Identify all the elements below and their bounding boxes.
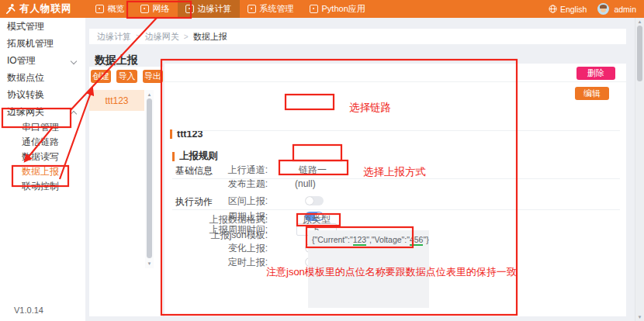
format-label: 上报数据格式:: [164, 213, 268, 226]
page-scrollbar[interactable]: ▲ ▼: [635, 18, 644, 321]
nav-item-系统管理[interactable]: 系统管理: [240, 0, 302, 18]
json-template-textarea[interactable]: {"Current":"123","Voltage":"456"}: [308, 230, 429, 308]
topic-value: (null): [295, 178, 316, 189]
breadcrumb-item-边缘网关[interactable]: 边缘网关: [145, 31, 179, 43]
scan-icon-dot: [99, 8, 100, 9]
format-value: 原类型: [303, 213, 331, 226]
app-header: 有人物联网 概览网络边缘计算系统管理Python应用 English admin: [0, 0, 644, 18]
nav-item-边缘计算[interactable]: 边缘计算: [178, 0, 240, 18]
app-version: V1.0.14: [14, 305, 43, 315]
sidebar-item-label: 模式管理: [7, 21, 44, 32]
sidebar-main-items: 模式管理拓展机管理IO管理数据点位协议转换边缘网关: [0, 18, 85, 120]
nav-item-label: Python应用: [322, 3, 365, 15]
nav-item-label: 系统管理: [260, 3, 294, 15]
create-button[interactable]: 创建: [91, 70, 111, 83]
report-list-panel: 创建 导入 导出 ttt123 ▲ ▼: [89, 67, 163, 316]
page-title: 数据上报: [95, 54, 138, 67]
interval-label: 区间上报:: [164, 195, 268, 208]
interval-toggle[interactable]: [305, 196, 324, 205]
json-part: "}: [423, 235, 428, 244]
json-part: 123: [353, 235, 367, 246]
list-toolbar: 创建 导入 导出: [89, 67, 163, 83]
scan-icon: [140, 5, 149, 13]
scroll-down-icon[interactable]: ▼: [635, 314, 644, 320]
language-switcher[interactable]: English: [549, 5, 587, 14]
scan-icon: [248, 5, 256, 13]
scan-icon-dot: [313, 8, 314, 9]
sidebar-subitem-数据读写[interactable]: 数据读写: [0, 150, 85, 164]
page-scrollbar-thumb[interactable]: [637, 26, 642, 81]
chevron-up-icon: [71, 111, 77, 117]
edit-button[interactable]: 编辑: [575, 87, 609, 100]
username-label: admin: [614, 5, 636, 14]
sidebar-item-数据点位[interactable]: 数据点位: [0, 69, 85, 86]
scan-icon-dot: [251, 8, 252, 9]
nav-item-label: 概览: [108, 3, 125, 15]
nav-item-label: 网络: [153, 3, 170, 15]
breadcrumb-separator: >: [184, 33, 189, 41]
uplink-row: 上行通道: 链路一: [164, 164, 327, 176]
nav-item-label: 边缘计算: [198, 3, 232, 15]
sidebar-item-拓展机管理[interactable]: 拓展机管理: [0, 35, 85, 52]
list-scrollbar-thumb[interactable]: [147, 98, 152, 258]
divider: [172, 209, 620, 210]
topic-label: 发布主题:: [164, 178, 268, 191]
sidebar-sub-items: 串口管理通信链路数据读写数据上报联动控制: [0, 120, 85, 194]
sidebar-item-label: 边缘网关: [7, 106, 44, 117]
breadcrumb: 边缘计算>边缘网关>数据上报: [89, 29, 626, 44]
template-label: 上报json模板:: [164, 229, 268, 242]
nav-item-Python应用[interactable]: Python应用: [302, 0, 373, 18]
import-button[interactable]: 导入: [116, 70, 137, 83]
header-right: English admin: [549, 3, 644, 15]
change-label: 变化上报:: [164, 242, 268, 255]
scan-icon: [310, 5, 318, 13]
sidebar-item-label: IO管理: [7, 55, 36, 66]
json-part: {"Current":": [312, 235, 353, 244]
brand: 有人物联网: [0, 2, 72, 16]
topic-row: 发布主题: (null): [164, 178, 316, 190]
sidebar-item-边缘网关[interactable]: 边缘网关: [0, 103, 85, 120]
scroll-up-icon[interactable]: ▲: [145, 91, 154, 98]
breadcrumb-separator: >: [136, 33, 140, 41]
sidebar: 模式管理拓展机管理IO管理数据点位协议转换边缘网关 串口管理通信链路数据读写数据…: [0, 18, 85, 321]
nav-item-网络[interactable]: 网络: [133, 0, 178, 18]
runner-logo-icon: [5, 3, 16, 15]
scan-icon-dot: [189, 8, 190, 9]
scroll-up-icon[interactable]: ▲: [635, 19, 644, 25]
breadcrumb-item-数据上报[interactable]: 数据上报: [193, 31, 227, 43]
change-report-row: 变化上报:: [164, 242, 324, 254]
scroll-down-icon[interactable]: ▼: [145, 261, 154, 267]
brand-name: 有人物联网: [19, 2, 72, 16]
list-item-ttt123[interactable]: ttt123: [89, 90, 144, 111]
json-part: 456: [410, 235, 424, 246]
format-row: 上报数据格式: 原类型: [164, 213, 331, 226]
sidebar-item-模式管理[interactable]: 模式管理: [0, 18, 85, 35]
uplink-label: 上行通道:: [164, 164, 268, 177]
delete-button[interactable]: 删除: [576, 67, 615, 80]
language-label: English: [560, 5, 587, 14]
sidebar-subitem-串口管理[interactable]: 串口管理: [0, 120, 85, 135]
detail-card: ttt123 删除 上报规则 编辑 基础信息 上行通道: 链路一 发布主题: (…: [164, 64, 626, 316]
list-scrollbar[interactable]: ▲ ▼: [145, 90, 154, 268]
sidebar-subitem-联动控制[interactable]: 联动控制: [0, 179, 85, 194]
divider: [164, 81, 626, 82]
sidebar-item-label: 拓展机管理: [7, 38, 54, 49]
breadcrumb-item-边缘计算[interactable]: 边缘计算: [97, 31, 131, 43]
sidebar-item-IO管理[interactable]: IO管理: [0, 52, 85, 69]
user-avatar[interactable]: [597, 3, 609, 15]
nav-item-概览[interactable]: 概览: [88, 0, 133, 18]
sidebar-subitem-数据上报[interactable]: 数据上报: [0, 164, 85, 179]
section-title: 上报规则: [172, 150, 218, 163]
uplink-value: 链路一: [299, 164, 327, 177]
chevron-down-icon: [71, 58, 77, 64]
export-button[interactable]: 导出: [143, 70, 163, 83]
scan-icon-dot: [144, 8, 145, 9]
sidebar-item-label: 数据点位: [7, 72, 44, 83]
sidebar-subitem-通信链路[interactable]: 通信链路: [0, 135, 85, 150]
timed-label: 定时上报:: [164, 256, 268, 269]
template-row: 上报json模板:: [164, 229, 268, 241]
sidebar-item-协议转换[interactable]: 协议转换: [0, 86, 85, 103]
sidebar-item-label: 协议转换: [7, 89, 44, 100]
interval-report-row: 区间上报:: [164, 195, 324, 207]
globe-icon: [549, 5, 557, 13]
